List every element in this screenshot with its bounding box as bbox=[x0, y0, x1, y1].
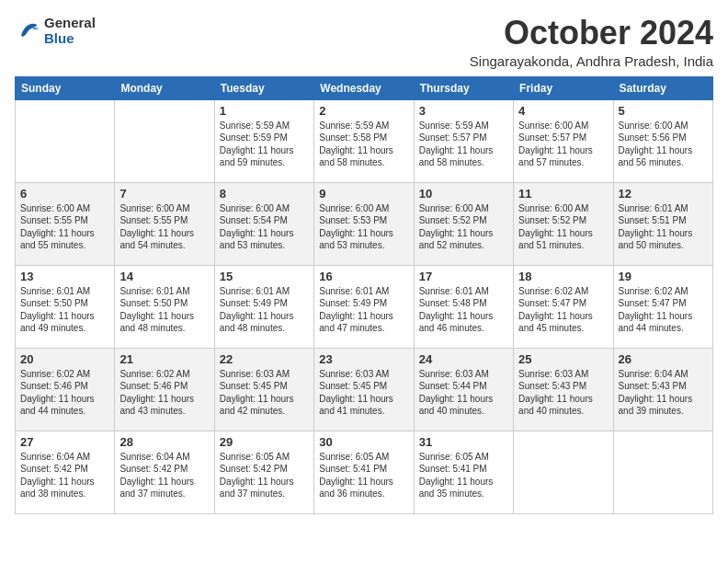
day-info: Sunrise: 6:04 AM Sunset: 5:42 PM Dayligh… bbox=[119, 451, 209, 500]
calendar-cell: 2Sunrise: 5:59 AM Sunset: 5:58 PM Daylig… bbox=[314, 99, 414, 182]
day-number: 29 bbox=[220, 435, 309, 449]
calendar-cell: 26Sunrise: 6:04 AM Sunset: 5:43 PM Dayli… bbox=[613, 348, 712, 431]
day-info: Sunrise: 6:03 AM Sunset: 5:45 PM Dayligh… bbox=[220, 368, 309, 418]
day-number: 6 bbox=[20, 187, 109, 201]
logo-bird-icon bbox=[15, 17, 40, 43]
day-info: Sunrise: 6:05 AM Sunset: 5:41 PM Dayligh… bbox=[319, 451, 408, 500]
month-title: October 2024 bbox=[470, 15, 713, 52]
calendar-cell: 10Sunrise: 6:00 AM Sunset: 5:52 PM Dayli… bbox=[414, 182, 513, 265]
day-info: Sunrise: 6:05 AM Sunset: 5:42 PM Dayligh… bbox=[220, 451, 309, 500]
day-info: Sunrise: 6:02 AM Sunset: 5:47 PM Dayligh… bbox=[619, 285, 708, 335]
day-number: 7 bbox=[119, 187, 209, 201]
day-info: Sunrise: 6:04 AM Sunset: 5:42 PM Dayligh… bbox=[20, 451, 109, 500]
calendar-header-row: SundayMondayTuesdayWednesdayThursdayFrid… bbox=[16, 76, 713, 99]
day-number: 14 bbox=[119, 270, 209, 283]
calendar-cell: 4Sunrise: 6:00 AM Sunset: 5:57 PM Daylig… bbox=[514, 99, 613, 182]
calendar-cell bbox=[514, 431, 613, 513]
calendar-cell: 21Sunrise: 6:02 AM Sunset: 5:46 PM Dayli… bbox=[115, 348, 214, 431]
calendar-week-row: 1Sunrise: 5:59 AM Sunset: 5:59 PM Daylig… bbox=[16, 99, 713, 182]
calendar-cell bbox=[16, 99, 115, 182]
calendar-cell: 29Sunrise: 6:05 AM Sunset: 5:42 PM Dayli… bbox=[214, 431, 313, 513]
day-number: 5 bbox=[619, 104, 708, 118]
day-info: Sunrise: 6:03 AM Sunset: 5:44 PM Dayligh… bbox=[419, 368, 508, 418]
day-info: Sunrise: 5:59 AM Sunset: 5:59 PM Dayligh… bbox=[220, 120, 309, 169]
day-of-week-header: Tuesday bbox=[214, 76, 313, 99]
day-number: 9 bbox=[319, 187, 408, 201]
calendar-cell: 17Sunrise: 6:01 AM Sunset: 5:48 PM Dayli… bbox=[414, 265, 513, 348]
calendar-cell: 9Sunrise: 6:00 AM Sunset: 5:53 PM Daylig… bbox=[314, 182, 414, 265]
day-number: 13 bbox=[20, 270, 109, 283]
day-of-week-header: Thursday bbox=[414, 76, 513, 99]
calendar-cell: 11Sunrise: 6:00 AM Sunset: 5:52 PM Dayli… bbox=[514, 182, 613, 265]
logo-blue: Blue bbox=[44, 30, 96, 46]
day-info: Sunrise: 6:03 AM Sunset: 5:45 PM Dayligh… bbox=[319, 368, 408, 418]
day-info: Sunrise: 6:00 AM Sunset: 5:55 PM Dayligh… bbox=[119, 202, 209, 252]
day-of-week-header: Sunday bbox=[16, 76, 115, 99]
day-info: Sunrise: 6:01 AM Sunset: 5:49 PM Dayligh… bbox=[220, 285, 309, 335]
day-number: 19 bbox=[619, 270, 708, 283]
day-number: 20 bbox=[20, 352, 109, 366]
calendar-week-row: 27Sunrise: 6:04 AM Sunset: 5:42 PM Dayli… bbox=[16, 431, 713, 513]
day-info: Sunrise: 5:59 AM Sunset: 5:57 PM Dayligh… bbox=[419, 120, 508, 169]
day-info: Sunrise: 6:01 AM Sunset: 5:50 PM Dayligh… bbox=[20, 285, 109, 335]
day-number: 4 bbox=[518, 104, 608, 118]
day-number: 12 bbox=[619, 187, 708, 201]
calendar-cell: 16Sunrise: 6:01 AM Sunset: 5:49 PM Dayli… bbox=[314, 265, 414, 348]
day-number: 3 bbox=[419, 104, 508, 118]
day-info: Sunrise: 6:02 AM Sunset: 5:46 PM Dayligh… bbox=[119, 368, 209, 418]
calendar-cell bbox=[115, 99, 214, 182]
calendar-cell: 23Sunrise: 6:03 AM Sunset: 5:45 PM Dayli… bbox=[314, 348, 414, 431]
calendar-cell: 3Sunrise: 5:59 AM Sunset: 5:57 PM Daylig… bbox=[414, 99, 513, 182]
calendar-cell: 13Sunrise: 6:01 AM Sunset: 5:50 PM Dayli… bbox=[16, 265, 115, 348]
day-number: 22 bbox=[220, 352, 309, 366]
day-number: 27 bbox=[20, 435, 109, 449]
day-number: 25 bbox=[518, 352, 608, 366]
day-info: Sunrise: 5:59 AM Sunset: 5:58 PM Dayligh… bbox=[319, 120, 408, 169]
day-info: Sunrise: 6:00 AM Sunset: 5:56 PM Dayligh… bbox=[619, 120, 708, 169]
calendar-cell: 24Sunrise: 6:03 AM Sunset: 5:44 PM Dayli… bbox=[414, 348, 513, 431]
day-number: 1 bbox=[220, 104, 309, 118]
calendar-cell: 22Sunrise: 6:03 AM Sunset: 5:45 PM Dayli… bbox=[214, 348, 313, 431]
day-info: Sunrise: 6:01 AM Sunset: 5:50 PM Dayligh… bbox=[119, 285, 209, 335]
calendar-cell: 6Sunrise: 6:00 AM Sunset: 5:55 PM Daylig… bbox=[16, 182, 115, 265]
title-block: October 2024 Singarayakonda, Andhra Prad… bbox=[470, 15, 713, 69]
calendar-cell: 18Sunrise: 6:02 AM Sunset: 5:47 PM Dayli… bbox=[514, 265, 613, 348]
day-number: 10 bbox=[419, 187, 508, 201]
day-info: Sunrise: 6:02 AM Sunset: 5:46 PM Dayligh… bbox=[20, 368, 109, 418]
day-number: 24 bbox=[419, 352, 508, 366]
page-header: General Blue October 2024 Singarayakonda… bbox=[15, 15, 713, 69]
day-number: 31 bbox=[419, 435, 508, 449]
calendar-cell: 8Sunrise: 6:00 AM Sunset: 5:54 PM Daylig… bbox=[214, 182, 313, 265]
calendar-week-row: 13Sunrise: 6:01 AM Sunset: 5:50 PM Dayli… bbox=[16, 265, 713, 348]
calendar-cell: 30Sunrise: 6:05 AM Sunset: 5:41 PM Dayli… bbox=[314, 431, 414, 513]
calendar-cell: 1Sunrise: 5:59 AM Sunset: 5:59 PM Daylig… bbox=[214, 99, 313, 182]
day-info: Sunrise: 6:02 AM Sunset: 5:47 PM Dayligh… bbox=[518, 285, 608, 335]
calendar-week-row: 20Sunrise: 6:02 AM Sunset: 5:46 PM Dayli… bbox=[16, 348, 713, 431]
logo: General Blue bbox=[15, 15, 96, 46]
day-number: 2 bbox=[319, 104, 408, 118]
day-number: 17 bbox=[419, 270, 508, 283]
day-number: 21 bbox=[119, 352, 209, 366]
day-number: 28 bbox=[119, 435, 209, 449]
logo-general: General bbox=[44, 15, 96, 30]
calendar-cell: 27Sunrise: 6:04 AM Sunset: 5:42 PM Dayli… bbox=[16, 431, 115, 513]
day-info: Sunrise: 6:04 AM Sunset: 5:43 PM Dayligh… bbox=[619, 368, 708, 418]
day-info: Sunrise: 6:00 AM Sunset: 5:52 PM Dayligh… bbox=[518, 202, 608, 252]
day-info: Sunrise: 6:00 AM Sunset: 5:52 PM Dayligh… bbox=[419, 202, 508, 252]
calendar-cell bbox=[613, 431, 712, 513]
location-text: Singarayakonda, Andhra Pradesh, India bbox=[470, 53, 713, 69]
day-number: 26 bbox=[619, 352, 708, 366]
day-number: 16 bbox=[319, 270, 408, 283]
calendar-cell: 31Sunrise: 6:05 AM Sunset: 5:41 PM Dayli… bbox=[414, 431, 513, 513]
calendar-cell: 15Sunrise: 6:01 AM Sunset: 5:49 PM Dayli… bbox=[214, 265, 313, 348]
calendar-cell: 12Sunrise: 6:01 AM Sunset: 5:51 PM Dayli… bbox=[613, 182, 712, 265]
calendar-cell: 28Sunrise: 6:04 AM Sunset: 5:42 PM Dayli… bbox=[115, 431, 214, 513]
logo-text: General Blue bbox=[44, 15, 96, 46]
calendar-cell: 19Sunrise: 6:02 AM Sunset: 5:47 PM Dayli… bbox=[613, 265, 712, 348]
day-number: 18 bbox=[518, 270, 608, 283]
calendar-cell: 20Sunrise: 6:02 AM Sunset: 5:46 PM Dayli… bbox=[16, 348, 115, 431]
day-of-week-header: Friday bbox=[514, 76, 613, 99]
calendar-cell: 14Sunrise: 6:01 AM Sunset: 5:50 PM Dayli… bbox=[115, 265, 214, 348]
day-of-week-header: Saturday bbox=[613, 76, 712, 99]
day-info: Sunrise: 6:00 AM Sunset: 5:55 PM Dayligh… bbox=[20, 202, 109, 252]
